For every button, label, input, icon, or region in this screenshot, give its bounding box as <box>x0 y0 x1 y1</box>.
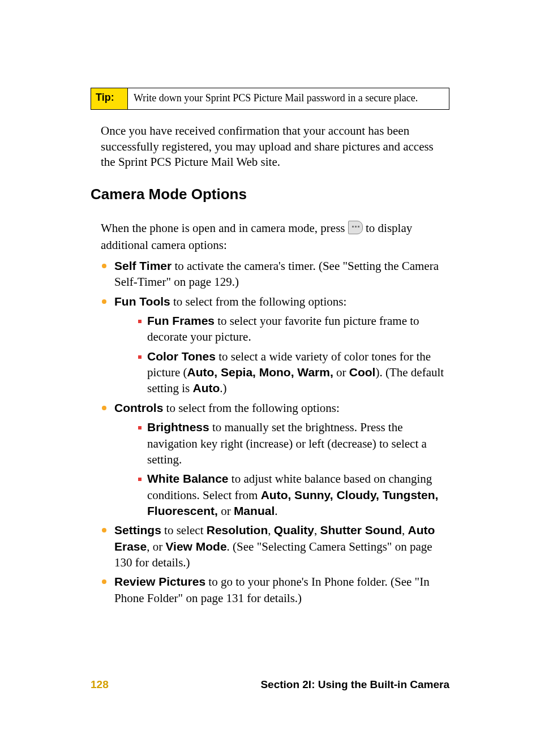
inline-bold: Resolution <box>207 523 268 536</box>
sub-list: Brightness to manually set the brightnes… <box>137 419 449 519</box>
list-item: Fun Tools to select from the following o… <box>101 294 449 397</box>
option-text: , <box>402 523 408 537</box>
sub-text: or <box>333 366 349 379</box>
sub-list-item: Brightness to manually set the brightnes… <box>137 419 449 467</box>
option-text: , <box>314 523 320 537</box>
option-text: , <box>268 523 274 537</box>
tip-box: Tip: Write down your Sprint PCS Picture … <box>91 88 449 110</box>
inline-bold: Quality <box>274 523 314 536</box>
sub-label: Brightness <box>147 420 209 433</box>
tip-content: Write down your Sprint PCS Picture Mail … <box>128 88 423 109</box>
confirmation-paragraph: Once you have received confirmation that… <box>101 123 449 170</box>
list-item: Controls to select from the following op… <box>101 400 449 519</box>
sub-text: or <box>218 504 234 518</box>
sub-list-item: Fun Frames to select your favorite fun p… <box>137 313 449 345</box>
options-list: Self Timer to activate the camera's time… <box>101 258 449 606</box>
sub-label: White Balance <box>147 472 229 485</box>
page-number: 128 <box>91 678 109 691</box>
inline-bold: Auto <box>193 381 220 394</box>
sub-list: Fun Frames to select your favorite fun p… <box>137 313 449 397</box>
sub-list-item: White Balance to adjust white balance ba… <box>137 471 449 519</box>
tip-label: Tip: <box>91 88 128 109</box>
option-text: to select from the following options: <box>170 295 346 308</box>
section-heading: Camera Mode Options <box>91 186 449 203</box>
softkey-icon <box>348 221 363 234</box>
sub-label: Color Tones <box>147 350 216 363</box>
sub-label: Fun Frames <box>147 314 215 327</box>
inline-bold: Cool <box>349 366 376 379</box>
option-text: to select <box>161 523 207 537</box>
option-label: Fun Tools <box>114 295 170 308</box>
option-label: Controls <box>114 401 163 414</box>
list-item: Review Pictures to go to your phone's In… <box>101 574 449 606</box>
option-text: , or <box>147 540 165 553</box>
inline-bold: Manual <box>234 504 275 517</box>
option-label: Review Pictures <box>114 575 205 588</box>
sub-text: .) <box>220 381 226 395</box>
option-label: Self Timer <box>114 259 172 272</box>
inline-bold: Auto, Sepia, Mono, Warm, <box>187 366 333 379</box>
inline-bold: View Mode <box>165 540 226 553</box>
sub-text: . <box>275 504 277 518</box>
sub-list-item: Color Tones to select a wide variety of … <box>137 349 449 397</box>
option-text: to select from the following options: <box>163 401 339 415</box>
intro-pre: When the phone is open and in camera mod… <box>101 221 348 235</box>
list-item: Settings to select Resolution, Quality, … <box>101 522 449 570</box>
option-label: Settings <box>114 523 161 536</box>
page-footer: 128 Section 2I: Using the Built-in Camer… <box>91 678 449 691</box>
inline-bold: Shutter Sound <box>320 523 402 536</box>
intro-paragraph: When the phone is open and in camera mod… <box>101 220 449 254</box>
footer-section-title: Section 2I: Using the Built-in Camera <box>260 678 449 691</box>
list-item: Self Timer to activate the camera's time… <box>101 258 449 290</box>
